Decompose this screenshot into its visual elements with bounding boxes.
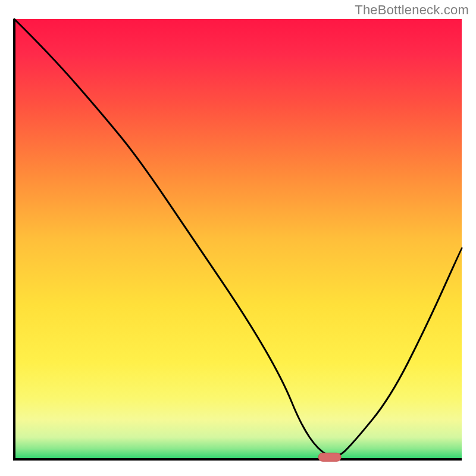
gradient-background [14, 19, 462, 459]
attribution-label: TheBottleneck.com [355, 2, 469, 18]
bottleneck-chart [0, 0, 476, 476]
chart-svg [0, 0, 476, 476]
optimal-marker [318, 453, 341, 461]
